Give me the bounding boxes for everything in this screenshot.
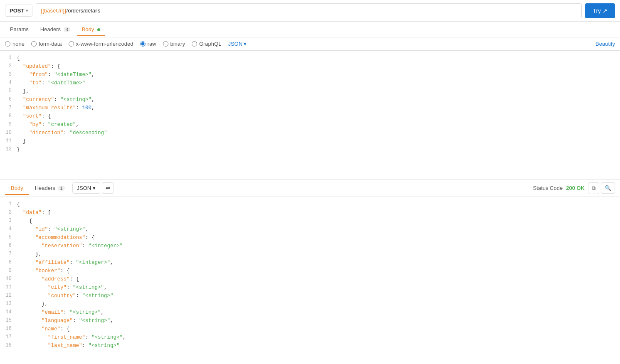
line-number: 9 <box>0 267 17 275</box>
line-content: "language": "<string>", <box>17 317 620 325</box>
tab-params[interactable]: Params <box>5 23 34 36</box>
line-number: 11 <box>0 283 17 291</box>
line-content: "from": "<dateTime>", <box>17 71 620 79</box>
request-body-editor[interactable]: 1{2 "updated": {3 "from": "<dateTime>",4… <box>0 51 620 180</box>
line-content: "maximum_results": 100, <box>17 104 620 112</box>
line-content: "name": { <box>17 325 620 333</box>
line-number: 4 <box>0 79 17 87</box>
table-row: 11 "city": "<string>", <box>0 283 620 292</box>
line-number: 1 <box>0 54 17 62</box>
table-row: 1{ <box>0 54 620 62</box>
line-number: 5 <box>0 87 17 95</box>
table-row: 2 "updated": { <box>0 62 620 71</box>
table-row: 3 { <box>0 217 620 225</box>
table-row: 14 "email": "<string>", <box>0 308 620 317</box>
line-content: "id": "<string>", <box>17 225 620 234</box>
method-label: POST <box>10 7 24 14</box>
request-tabs-row: Params Headers 3 Body <box>0 22 620 37</box>
line-number: 6 <box>0 242 17 250</box>
radio-form-data[interactable]: form-data <box>31 41 62 47</box>
table-row: 18 "last_name": "<string>" <box>0 342 620 350</box>
tab-headers[interactable]: Headers 3 <box>35 23 75 36</box>
table-row: 10 "direction": "descending" <box>0 129 620 137</box>
resp-format-dropdown[interactable]: JSON ▾ <box>72 182 101 194</box>
line-number: 3 <box>0 71 17 79</box>
table-row: 1{ <box>0 200 620 209</box>
json-format-dropdown[interactable]: JSON ▾ <box>228 41 247 47</box>
method-chevron-icon: ▾ <box>26 8 28 13</box>
line-content: "by": "created", <box>17 121 620 129</box>
url-bar[interactable]: {{baseUrl}}/orders/details <box>36 3 582 18</box>
body-dot <box>97 28 100 31</box>
main-layout: Params Headers 3 Body none form-data x-w… <box>0 22 620 364</box>
table-row: 4 "id": "<string>", <box>0 225 620 234</box>
radio-graphql[interactable]: GraphQL <box>192 41 221 47</box>
table-row: 13 }, <box>0 300 620 308</box>
line-content: "affiliate": "<integer>", <box>17 258 620 267</box>
table-row: 7 }, <box>0 250 620 258</box>
line-number: 7 <box>0 104 17 112</box>
line-number: 2 <box>0 62 17 70</box>
line-content: "last_name": "<string>" <box>17 342 620 350</box>
response-tabs-row: Body Headers 1 JSON ▾ ⇌ Status Code 200 … <box>0 180 620 197</box>
line-number: 11 <box>0 137 17 145</box>
response-body-editor[interactable]: 1{2 "data": [3 {4 "id": "<string>",5 "ac… <box>0 197 620 364</box>
radio-raw[interactable]: raw <box>140 41 156 47</box>
table-row: 4 "to": "<dateTime>" <box>0 79 620 87</box>
try-button[interactable]: Try ↗ <box>585 3 615 18</box>
method-dropdown[interactable]: POST ▾ <box>5 5 32 17</box>
line-content: }, <box>17 87 620 96</box>
tab-body[interactable]: Body <box>77 23 105 36</box>
table-row: 8 "sort": { <box>0 112 620 121</box>
beautify-button[interactable]: Beautify <box>595 41 615 47</box>
copy-response-button[interactable]: ⧉ <box>588 182 599 194</box>
status-code-area: Status Code 200 OK <box>533 185 585 191</box>
line-number: 10 <box>0 275 17 283</box>
radio-urlencoded[interactable]: x-www-form-urlencoded <box>69 41 133 47</box>
resp-filter-button[interactable]: ⇌ <box>102 182 114 194</box>
table-row: 11 } <box>0 137 620 145</box>
line-content: "data": [ <box>17 209 620 217</box>
resp-tab-headers[interactable]: Headers 1 <box>29 182 71 194</box>
line-number: 18 <box>0 342 17 349</box>
status-value: 200 OK <box>566 185 585 191</box>
table-row: 17 "first_name": "<string>", <box>0 333 620 342</box>
resp-format-chevron-icon: ▾ <box>93 185 96 191</box>
line-number: 7 <box>0 250 17 258</box>
line-content: "city": "<string>", <box>17 283 620 292</box>
search-response-button[interactable]: 🔍 <box>601 182 615 194</box>
top-bar: POST ▾ {{baseUrl}}/orders/details Try ↗ <box>0 0 620 22</box>
line-content: "first_name": "<string>", <box>17 333 620 342</box>
line-content: "updated": { <box>17 62 620 71</box>
line-content: { <box>17 200 620 209</box>
table-row: 6 "currency": "<string>", <box>0 96 620 104</box>
line-content: }, <box>17 250 620 258</box>
line-number: 8 <box>0 258 17 266</box>
table-row: 9 "by": "created", <box>0 121 620 129</box>
line-number: 14 <box>0 308 17 316</box>
line-content: "direction": "descending" <box>17 129 620 137</box>
line-number: 1 <box>0 200 17 208</box>
line-number: 4 <box>0 225 17 233</box>
line-content: "booker": { <box>17 267 620 275</box>
line-number: 15 <box>0 317 17 325</box>
line-content: }, <box>17 300 620 308</box>
table-row: 12} <box>0 145 620 154</box>
line-number: 16 <box>0 325 17 333</box>
table-row: 16 "name": { <box>0 325 620 333</box>
line-content: "currency": "<string>", <box>17 96 620 104</box>
table-row: 6 "reservation": "<integer>" <box>0 242 620 250</box>
line-number: 10 <box>0 129 17 137</box>
table-row: 8 "affiliate": "<integer>", <box>0 258 620 267</box>
line-number: 5 <box>0 234 17 241</box>
line-number: 2 <box>0 209 17 216</box>
url-baseurl: {{baseUrl}} <box>40 7 66 14</box>
line-number: 12 <box>0 292 17 300</box>
line-content: "to": "<dateTime>" <box>17 79 620 87</box>
resp-tab-body[interactable]: Body <box>5 182 29 194</box>
line-number: 17 <box>0 333 17 341</box>
radio-none[interactable]: none <box>5 41 25 47</box>
radio-binary[interactable]: binary <box>163 41 185 47</box>
line-number: 6 <box>0 96 17 103</box>
table-row: 7 "maximum_results": 100, <box>0 104 620 112</box>
